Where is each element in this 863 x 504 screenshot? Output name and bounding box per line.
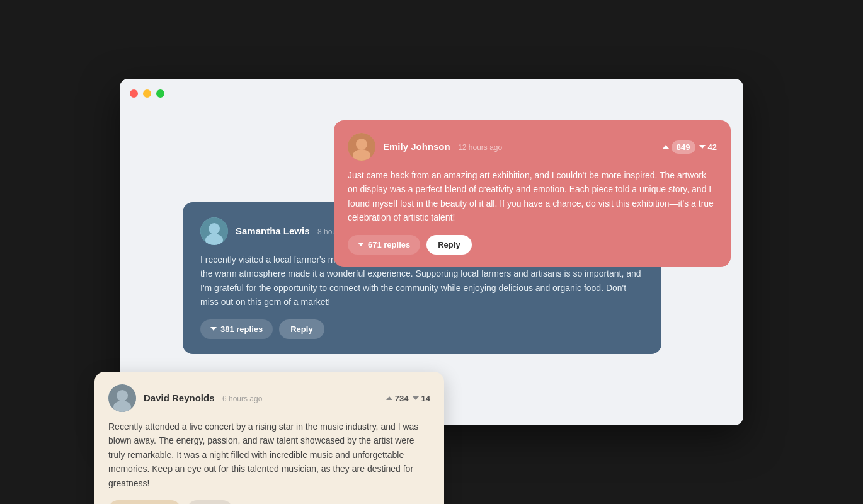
browser-content: Emily Johnson 12 hours ago 849 42 Just c… [120, 108, 743, 425]
browser-titlebar [120, 79, 743, 108]
samantha-footer: 381 replies Reply [200, 319, 644, 339]
chevron-down-icon [413, 396, 419, 400]
close-button[interactable] [130, 89, 138, 98]
emily-body: Just came back from an amazing art exhib… [348, 168, 717, 225]
emily-votes: 849 42 [663, 140, 717, 154]
david-upvote-count: 734 [395, 394, 409, 403]
chevron-down-icon [210, 327, 217, 331]
card-david: David Reynolds 6 hours ago 734 14 Recent… [94, 372, 444, 504]
card-david-header: David Reynolds 6 hours ago 734 14 [108, 384, 430, 412]
samantha-replies-count: 381 replies [220, 324, 263, 334]
emily-time: 12 hours ago [458, 143, 502, 152]
emily-replies-button[interactable]: 671 replies [348, 235, 420, 255]
david-user-info: David Reynolds 6 hours ago [144, 392, 379, 404]
card-emily-header: Emily Johnson 12 hours ago 849 42 [348, 133, 717, 161]
maximize-button[interactable] [156, 89, 164, 98]
emily-user-info: Emily Johnson 12 hours ago [383, 141, 655, 152]
emily-upvote-count: 849 [672, 140, 695, 154]
svg-point-4 [209, 223, 220, 234]
emily-downvote-count: 42 [708, 142, 717, 152]
david-footer: 194 replies Reply [108, 500, 430, 504]
emily-username: Emily Johnson [383, 141, 450, 152]
emily-vote-down[interactable]: 42 [699, 142, 717, 152]
chevron-up-icon [386, 396, 392, 400]
chevron-down-icon [358, 243, 364, 246]
avatar-emily [348, 133, 375, 161]
david-replies-button[interactable]: 194 replies [108, 500, 181, 504]
david-vote-up[interactable]: 734 [386, 394, 409, 403]
david-body: Recently attended a live concert by a ri… [108, 420, 430, 490]
svg-point-1 [356, 139, 367, 150]
emily-replies-count: 671 replies [368, 240, 410, 249]
samantha-reply-button[interactable]: Reply [279, 319, 324, 339]
david-votes: 734 14 [386, 394, 430, 403]
svg-point-7 [117, 390, 128, 401]
samantha-replies-button[interactable]: 381 replies [200, 319, 273, 339]
card-emily: Emily Johnson 12 hours ago 849 42 Just c… [334, 120, 731, 267]
samantha-username: Samantha Lewis [236, 226, 310, 236]
chevron-up-icon [663, 145, 669, 149]
david-reply-button[interactable]: Reply [187, 500, 232, 504]
david-time: 6 hours ago [222, 394, 262, 403]
avatar-samantha [200, 217, 228, 245]
minimize-button[interactable] [143, 89, 151, 98]
chevron-down-icon [699, 145, 706, 149]
emily-footer: 671 replies Reply [348, 235, 717, 255]
david-username: David Reynolds [144, 392, 215, 403]
emily-reply-button[interactable]: Reply [426, 235, 471, 255]
browser-window: Emily Johnson 12 hours ago 849 42 Just c… [120, 79, 743, 425]
david-vote-down[interactable]: 14 [413, 394, 430, 403]
avatar-david [108, 384, 136, 412]
emily-vote-up[interactable]: 849 [663, 140, 695, 154]
david-downvote-count: 14 [421, 394, 430, 403]
